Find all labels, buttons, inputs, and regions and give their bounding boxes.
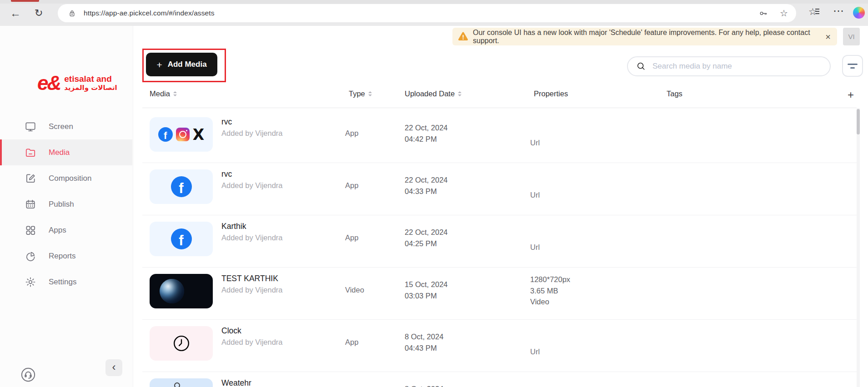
- media-added-by: Added by Vijendra: [221, 338, 283, 347]
- facebook-icon: f: [171, 176, 192, 197]
- upload-time: 04:25 PM: [405, 238, 447, 249]
- facebook-thumbnail: f: [150, 169, 213, 204]
- pickcel-media-console: ← ↻ https://app-ae.pickcel.com/#/index/a…: [0, 0, 868, 387]
- sidebar-item-media[interactable]: Media: [0, 139, 132, 165]
- browser-toolbar: ← ↻ https://app-ae.pickcel.com/#/index/a…: [0, 0, 868, 26]
- reports-pie-icon: [25, 250, 36, 262]
- etisalat-logo-en: etisalat and: [64, 74, 117, 84]
- upload-date: 22 Oct, 2024: [405, 227, 447, 238]
- table-row[interactable]: f rvc Added by Vijendra App 22 Oct, 2024…: [142, 163, 857, 215]
- browser-menu-icon[interactable]: ⋯: [833, 5, 844, 16]
- upload-date: 15 Oct, 2024: [405, 279, 447, 290]
- media-thumbnail[interactable]: f: [150, 222, 213, 256]
- media-name: rvc: [221, 169, 283, 179]
- active-tab-accent: [11, 0, 39, 2]
- upload-time: 04:42 PM: [405, 134, 447, 145]
- sort-icon: [368, 91, 372, 96]
- upload-date-block: 22 Oct, 2024 04:25 PM: [405, 227, 447, 249]
- sidebar-item-publish[interactable]: Publish: [0, 191, 132, 217]
- media-name-block: rvc Added by Vijendra: [221, 169, 283, 190]
- upload-date: 8 Oct, 2024: [405, 331, 443, 342]
- media-added-by: Added by Vijendra: [221, 286, 283, 294]
- sidebar-collapse-button[interactable]: ‹: [105, 359, 122, 376]
- add-media-button[interactable]: + Add Media: [146, 53, 217, 76]
- media-type: Video: [345, 286, 364, 294]
- upload-date-block: 22 Oct, 2024 04:33 PM: [405, 174, 447, 197]
- media-name: Clock: [221, 326, 283, 336]
- media-name-block: Clock Added by Vijendra: [221, 326, 283, 347]
- property-value: Video: [530, 296, 648, 308]
- property-value: 3.65 MB: [530, 285, 648, 297]
- media-thumbnail[interactable]: f X: [150, 117, 213, 152]
- column-header-uploaded-date[interactable]: Uploaded Date: [405, 89, 462, 98]
- earth-image: [160, 279, 184, 303]
- publish-calendar-icon: [25, 198, 36, 210]
- sidebar-item-settings[interactable]: Settings: [0, 269, 132, 295]
- sidebar-item-apps[interactable]: Apps: [0, 217, 132, 243]
- media-thumbnail[interactable]: [150, 326, 213, 361]
- scrollbar-thumb[interactable]: [857, 109, 860, 134]
- settings-gear-icon: [25, 276, 36, 288]
- media-added-by: Added by Vijendra: [221, 181, 283, 190]
- address-bar[interactable]: https://app-ae.pickcel.com/#/index/asset…: [58, 4, 796, 22]
- media-thumbnail[interactable]: [150, 274, 213, 308]
- upload-date-block: 15 Oct, 2024 03:03 PM: [405, 279, 447, 302]
- media-name: rvc: [221, 117, 283, 127]
- apps-grid-icon: [25, 224, 36, 236]
- media-thumbnail[interactable]: f: [150, 169, 213, 204]
- media-name: Karthik: [221, 221, 283, 232]
- x-twitter-icon: X: [193, 127, 204, 142]
- composition-icon: [25, 173, 36, 184]
- sidebar-item-composition[interactable]: Composition: [0, 165, 132, 191]
- browser-back-button[interactable]: ←: [10, 8, 21, 19]
- column-header-type[interactable]: Type: [349, 89, 372, 98]
- upload-time: 04:43 PM: [405, 342, 443, 354]
- property-value: Url: [530, 137, 648, 149]
- sidebar-item-reports[interactable]: Reports: [0, 243, 132, 269]
- copilot-icon[interactable]: [853, 7, 865, 19]
- upload-date-block: 8 Oct, 2024 04:43 PM: [405, 331, 443, 354]
- media-name-block: Weatehr: [221, 378, 251, 387]
- facebook-thumbnail: f: [150, 222, 213, 256]
- user-avatar[interactable]: VI: [843, 28, 860, 45]
- password-key-icon[interactable]: [758, 9, 768, 18]
- column-header-tags: Tags: [667, 89, 682, 98]
- video-earth-thumbnail: [150, 274, 213, 308]
- favorites-hub-icon[interactable]: ☆: [808, 6, 817, 17]
- table-row[interactable]: f Karthik Added by Vijendra App 22 Oct, …: [142, 215, 857, 268]
- sidebar-nav: Screen Media Composition Publish Apps Re…: [0, 114, 132, 295]
- property-value: Url: [530, 189, 648, 201]
- column-header-media[interactable]: Media: [150, 89, 177, 98]
- table-row[interactable]: TEST KARTHIK Added by Vijendra Video 15 …: [142, 268, 857, 320]
- media-table-body: f X rvc Added by Vijendra App 22 Oct, 20…: [142, 108, 857, 387]
- table-header-row: Media Type Uploaded Date Properties Tags…: [0, 89, 868, 104]
- notification-banner: Our console UI has a new look with major…: [452, 28, 837, 45]
- table-row[interactable]: f X rvc Added by Vijendra App 22 Oct, 20…: [142, 111, 857, 163]
- plus-icon: +: [156, 60, 162, 69]
- browser-tab-strip: [0, 0, 868, 4]
- media-type: App: [345, 181, 358, 190]
- media-properties: Url: [530, 346, 648, 357]
- banner-close-icon[interactable]: ×: [825, 32, 831, 41]
- filter-button[interactable]: [842, 55, 863, 77]
- scrollbar-track[interactable]: [857, 108, 860, 387]
- instagram-icon: [176, 128, 190, 141]
- screen-icon: [25, 121, 36, 133]
- media-name-block: TEST KARTHIK Added by Vijendra: [221, 273, 283, 294]
- media-thumbnail[interactable]: [150, 378, 213, 387]
- hub-lines: [815, 9, 819, 14]
- media-name-block: Karthik Added by Vijendra: [221, 221, 283, 242]
- media-properties: Url: [530, 189, 648, 201]
- favorite-star-icon[interactable]: ☆: [780, 8, 788, 19]
- add-column-button[interactable]: +: [848, 89, 854, 101]
- table-row[interactable]: Clock Added by Vijendra App 8 Oct, 2024 …: [142, 320, 857, 372]
- lock-icon: [68, 9, 76, 18]
- media-properties: Url: [530, 137, 648, 149]
- facebook-icon: f: [158, 127, 173, 142]
- table-row[interactable]: Weatehr 8 Oct, 2024: [142, 372, 857, 387]
- browser-refresh-button[interactable]: ↻: [35, 8, 43, 18]
- upload-time: 04:33 PM: [405, 186, 447, 197]
- sidebar-item-screen[interactable]: Screen: [0, 114, 132, 139]
- search-input[interactable]: [652, 62, 823, 71]
- media-properties: Url: [530, 242, 648, 253]
